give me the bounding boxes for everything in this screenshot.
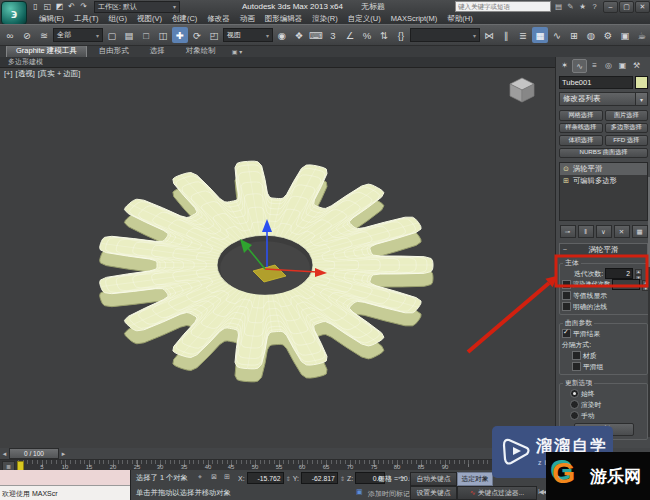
menu-item[interactable]: 自定义(U) — [343, 14, 386, 24]
perspective-viewport[interactable]: [+] [透视] [真实 + 边面] — [0, 67, 555, 448]
select-object-icon[interactable]: ▢ — [104, 27, 120, 43]
manually-radio[interactable] — [570, 411, 579, 420]
object-color-swatch[interactable] — [635, 76, 648, 89]
smoothing-groups-checkbox[interactable] — [572, 362, 581, 371]
layer-manager-icon[interactable]: ≣ — [515, 27, 531, 43]
menu-item[interactable]: 修改器 — [202, 14, 235, 24]
selection-region-icon[interactable]: □ — [138, 27, 154, 43]
render-iterations-value-field[interactable] — [612, 279, 640, 290]
percent-snap-icon[interactable]: % — [359, 27, 375, 43]
select-and-rotate-icon[interactable]: ⟳ — [189, 27, 205, 43]
select-and-link-icon[interactable]: ∞ — [2, 27, 18, 43]
material-editor-icon[interactable]: ◍ — [583, 27, 599, 43]
menu-item[interactable]: 动画 — [235, 14, 260, 24]
stack-item-editable-poly[interactable]: ⊞ 可编辑多边形 — [560, 175, 647, 187]
ribbon-tab-selection[interactable]: 选择 — [141, 45, 174, 57]
viewport-menu-shading[interactable]: [真实 + 边面] — [38, 69, 81, 79]
favorites-icon[interactable]: ★ — [577, 1, 588, 12]
select-and-move-icon[interactable]: ✚ — [172, 27, 188, 43]
menu-item[interactable]: 编辑(E) — [34, 14, 69, 24]
align-icon[interactable]: ∥ — [498, 27, 514, 43]
ribbon-overflow-icon[interactable]: ▣ ▾ — [232, 48, 242, 57]
tab-display[interactable]: ▣ — [616, 59, 629, 71]
key-filters-button[interactable]: ∿ 关键点过滤器... — [457, 486, 537, 500]
mirror-icon[interactable]: ⋈ — [481, 27, 497, 43]
selected-dropdown[interactable]: 选定对象 — [457, 472, 493, 486]
show-end-result-icon[interactable]: ‖ — [578, 225, 594, 238]
menu-item[interactable]: 视图(V) — [132, 14, 167, 24]
listener-line[interactable]: 欢迎使用 MAXScr — [0, 486, 130, 500]
modifier-list-dropdown[interactable]: 修改器列表 ▾ — [559, 92, 648, 106]
always-radio[interactable] — [570, 389, 579, 398]
time-slider[interactable]: 0 / 100 — [9, 448, 59, 459]
render-icon[interactable]: ☕ — [634, 27, 650, 43]
ribbon-panel-polygon-modeling[interactable]: 多边形建模 — [0, 57, 563, 68]
macro-recorder-line[interactable] — [0, 470, 130, 486]
explicit-normals-checkbox[interactable] — [562, 302, 571, 311]
undo-icon[interactable]: ↶ — [66, 1, 77, 12]
selection-filter-dropdown[interactable]: 全部 — [53, 28, 103, 42]
named-selection-sets-icon[interactable]: {} — [393, 27, 409, 43]
when-rendering-radio[interactable] — [570, 400, 579, 409]
menu-item[interactable]: 组(G) — [104, 14, 132, 24]
schematic-view-icon[interactable]: ⊞ — [566, 27, 582, 43]
tab-hierarchy[interactable]: ≡ — [588, 59, 601, 71]
selection-modifier-button[interactable]: 多边形选择 — [605, 123, 649, 134]
select-by-name-icon[interactable]: ▤ — [121, 27, 137, 43]
redo-icon[interactable]: ↷ — [78, 1, 89, 12]
window-crossing-icon[interactable]: ◫ — [155, 27, 171, 43]
snap-toggle-icon[interactable]: 3 — [325, 27, 341, 43]
time-slider-left-arrow[interactable]: ◄ — [0, 451, 9, 457]
tab-motion[interactable]: ◎ — [602, 59, 615, 71]
spinner-snap-icon[interactable]: ⇅ — [376, 27, 392, 43]
add-time-tag-icon[interactable]: ▣ — [356, 488, 363, 496]
add-time-tag[interactable]: 添加时间标记 — [368, 489, 410, 499]
configure-modifier-sets-icon[interactable]: ▦ — [632, 225, 648, 238]
rendered-frame-icon[interactable]: ▣ — [617, 27, 633, 43]
communication-center-icon[interactable]: ▤ — [553, 1, 564, 12]
selection-modifier-button[interactable]: 样条线选择 — [559, 123, 603, 134]
open-file-icon[interactable]: ◱ — [42, 1, 53, 12]
named-selection-dropdown[interactable] — [410, 28, 480, 42]
tab-modify[interactable]: ∿ — [572, 59, 587, 73]
unlink-selection-icon[interactable]: ⊘ — [19, 27, 35, 43]
select-and-manipulate-icon[interactable]: ❖ — [291, 27, 307, 43]
render-setup-icon[interactable]: ⚙ — [600, 27, 616, 43]
transform-typein-icon[interactable]: ⊞ — [224, 473, 230, 481]
ribbon-toggle-icon[interactable]: ▦ — [532, 27, 548, 43]
search-input[interactable] — [455, 1, 551, 12]
selection-modifier-button[interactable]: 网格选择 — [559, 110, 603, 121]
stack-item-turbosmooth[interactable]: ⊙ 涡轮平滑 — [560, 163, 647, 175]
iterations-spinner[interactable]: ▲▼ — [635, 269, 642, 278]
remove-modifier-icon[interactable]: ✕ — [614, 225, 630, 238]
isoline-display-checkbox[interactable] — [562, 291, 571, 300]
menu-item[interactable]: 帮助(H) — [442, 14, 477, 24]
help-icon[interactable]: ? — [589, 1, 600, 12]
ribbon-tab-object-paint[interactable]: 对象绘制 — [177, 45, 225, 57]
selection-modifier-button[interactable]: 面片选择 — [605, 110, 649, 121]
app-logo-icon[interactable]: ϶ — [1, 1, 27, 25]
maximize-button[interactable]: ▢ — [619, 1, 634, 13]
save-file-icon[interactable]: ◩ — [54, 1, 65, 12]
viewcube[interactable] — [507, 75, 537, 105]
menu-item[interactable]: 工具(T) — [69, 14, 104, 24]
menu-item[interactable]: 创建(C) — [167, 14, 202, 24]
pin-stack-icon[interactable]: ⊸ — [560, 225, 576, 238]
curve-editor-icon[interactable]: ∿ — [549, 27, 565, 43]
minimize-button[interactable]: – — [603, 1, 618, 13]
new-scene-icon[interactable]: ▯ — [30, 1, 41, 12]
select-and-scale-icon[interactable]: ◰ — [206, 27, 222, 43]
materials-checkbox[interactable] — [572, 351, 581, 360]
selection-modifier-button[interactable]: 体积选择 — [559, 135, 603, 146]
bind-to-space-warp-icon[interactable]: ≋ — [36, 27, 52, 43]
viewport-canvas-gear-object[interactable] — [0, 67, 555, 448]
iterations-value-field[interactable]: 2 — [605, 268, 633, 279]
close-button[interactable]: ✕ — [635, 1, 650, 13]
time-slider-right-arrow[interactable]: ► — [59, 451, 68, 457]
viewport-menu-plus[interactable]: [+] — [4, 69, 13, 79]
keyboard-override-icon[interactable]: ⌨ — [308, 27, 324, 43]
menu-item[interactable]: 图形编辑器 — [260, 14, 308, 24]
selection-modifier-button[interactable]: NURBS 曲面选择 — [559, 148, 648, 159]
sign-in-icon[interactable]: ✎ — [565, 1, 576, 12]
y-coordinate-field[interactable]: -62.817 — [301, 472, 338, 484]
